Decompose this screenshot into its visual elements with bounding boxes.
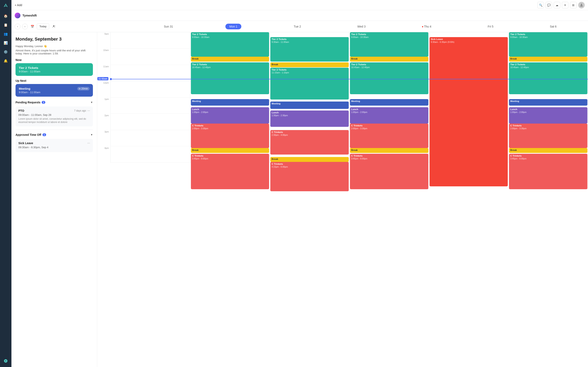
calendar-event[interactable]: Lunch1:30pm - 2:30pm (270, 110, 349, 127)
event-time: 1:00pm - 2:00pm (510, 111, 586, 113)
calendar-event[interactable]: Break (191, 57, 269, 62)
search-icon[interactable]: 🔍 (537, 2, 544, 8)
sidebar: 🏠 📋 👥 📊 ⚙️ 🔔 (0, 0, 11, 367)
calendar-event[interactable]: Break (191, 148, 269, 153)
request-meta: 7 days ago ··· (74, 109, 90, 113)
event-title: C Trinkets (351, 124, 427, 127)
sidebar-notification-icon[interactable]: 🔔 (2, 57, 9, 64)
calendar-event[interactable]: Lunch1:00pm - 2:00pm (191, 107, 269, 124)
calendar-event[interactable]: Sick Leave9:30am - 6:30pm (9:00h) (430, 37, 508, 186)
event-time: 1:00pm - 2:00pm (351, 111, 427, 113)
sidebar-settings-icon[interactable]: ⚙️ (2, 48, 9, 55)
greeting-text: Happy Monday, Leonor 👋 (16, 45, 93, 48)
calendar-event[interactable]: Lunch1:00pm - 2:00pm (509, 107, 587, 124)
calendar-event[interactable]: Break (270, 157, 349, 162)
approved-chevron[interactable]: ▼ (90, 133, 93, 136)
event-title: Tier 2 Tickets (510, 33, 586, 36)
event-time: 2:00pm - 3:30pm (351, 127, 427, 130)
calendar-event[interactable]: Tier 2 Tickets10:45am - 12:40pm (191, 62, 269, 94)
event-title: C Trinkets (272, 131, 347, 134)
event-title: Tier 2 Tickets (510, 63, 586, 66)
calendar-event[interactable]: Tier 2 Tickets9:00am - 10:30am (350, 32, 428, 57)
cloud-icon[interactable]: ☁ (554, 2, 560, 8)
user-avatar[interactable] (578, 2, 585, 8)
event-title: C Trinkets (192, 124, 268, 127)
calendar-event[interactable]: Tier 2 Tickets9:00am - 10:30am (191, 32, 269, 57)
events-col-4: Sick Leave9:30am - 6:30pm (9:00h) (429, 32, 509, 163)
now-card[interactable]: Tier 2 Tickets 9:00am - 11:00am (16, 63, 93, 76)
calendar-event[interactable]: Tier 2 Tickets10:45am - 12:40pm (350, 62, 428, 94)
calendar-event[interactable]: Meeting (270, 101, 349, 109)
event-time: 1:30pm - 2:30pm (272, 114, 347, 117)
sidebar-tasks-icon[interactable]: 📋 (2, 21, 9, 29)
request-dots-button[interactable]: ··· (87, 109, 90, 113)
sidebar-zendesk-icon[interactable] (2, 357, 9, 365)
app-logo[interactable] (2, 2, 9, 9)
day-tab-sun31[interactable]: Sun 31 (160, 24, 177, 29)
calendar-event[interactable]: Lunch1:00pm - 2:00pm (350, 107, 428, 124)
day-tab-wed3[interactable]: Wed 3 (353, 24, 370, 29)
event-time: 2:00pm - 3:30pm (192, 127, 268, 130)
event-title: Break (351, 149, 427, 152)
day-tab-sat6[interactable]: Sat 6 (546, 24, 561, 29)
grid-col-0 (111, 32, 190, 163)
calendar-event[interactable]: Tier 2 Tickets9:00am - 10:30am (509, 32, 587, 57)
calendar-icon[interactable]: 📅 (29, 24, 35, 29)
calendar-event[interactable]: C Trinkets2:00pm - 3:30pm (191, 124, 269, 148)
calendar-event[interactable]: C Trinkets2:00pm - 3:30pm (509, 124, 587, 148)
now-event-time: 9:00am - 11:00am (19, 70, 90, 73)
today-button[interactable]: Today (37, 24, 49, 29)
event-time: 10:45am - 12:40pm (510, 66, 586, 68)
hour-block (111, 98, 190, 114)
calendar-event[interactable]: Tier 2 Tickets10:45am - 12:40pm (509, 62, 587, 94)
next-arrow[interactable]: › (22, 24, 28, 29)
sidebar-people-icon[interactable]: 👥 (2, 30, 9, 38)
event-time: 9:00am - 10:30am (192, 36, 268, 38)
calendar-event[interactable]: Tier 2 Tickets9:30am - 11:00am (270, 37, 349, 62)
close-icon[interactable]: ✕ (562, 2, 568, 8)
calendar-event[interactable]: C Trinkets2:30pm - 4:00pm (270, 130, 349, 155)
calendar-event[interactable]: Meeting (191, 99, 269, 106)
calendar-event[interactable]: Break (350, 57, 428, 62)
calendar-event[interactable]: Tier 2 Tickets11:15am - 1:10pm (270, 68, 349, 100)
add-button[interactable]: + Add (15, 3, 22, 7)
grid-icon[interactable]: ⊞ (570, 2, 577, 8)
calendar-event[interactable]: C Trinkets3:45pm - 6:00pm (191, 154, 269, 189)
day-tab-thu4[interactable]: Thu 4 (418, 24, 435, 29)
calendar-scroll[interactable]: 9am10am11am12pm1pm2pm3pm4pm Tier 2 Ticke… (97, 32, 588, 367)
calendar-event[interactable]: C Trinkets2:00pm - 3:30pm (350, 124, 428, 148)
time-label: 1pm (97, 98, 111, 114)
sidebar-home-icon[interactable]: 🏠 (2, 12, 9, 20)
calendar-event[interactable]: Break (509, 57, 587, 62)
calendar-event[interactable]: Break (270, 62, 349, 67)
approved-items-list: Sick Leave ··· 09:30am - 6:30pm, Sep 4 (16, 139, 93, 152)
calendar-event[interactable]: Break (509, 148, 587, 153)
up-next-card[interactable]: Meeting 9:00am - 11:00am in 20min (16, 84, 93, 97)
person-filter-icon[interactable] (51, 24, 57, 29)
calendar-event[interactable]: C Trinkets4:15pm - 6:00pm (270, 162, 349, 191)
pending-chevron[interactable]: ▼ (90, 101, 93, 104)
prev-arrow[interactable]: ‹ (15, 24, 20, 29)
date-heading: Monday, September 3 (16, 36, 93, 42)
pending-requests-section: Pending Requests 1 ▼ (16, 101, 93, 104)
approved-time-off-title: Approved Time Off 1 (16, 133, 46, 136)
request-name: PTO (18, 109, 24, 112)
approved-item-dots-button[interactable]: ··· (87, 141, 90, 145)
hour-block (111, 65, 190, 81)
event-title: Break (510, 58, 586, 60)
svg-point-0 (2, 2, 9, 9)
calendar-event[interactable]: Meeting (350, 99, 428, 106)
day-tab-fri5[interactable]: Fri 5 (484, 24, 498, 29)
day-tab-mon1[interactable]: Mon 1 (225, 24, 242, 29)
chat-icon[interactable]: 💬 (545, 2, 552, 8)
calendar-event[interactable]: C Trinkets3:45pm - 6:00pm (509, 154, 587, 189)
calendar-event[interactable]: Meeting (509, 99, 587, 106)
event-title: Break (192, 58, 268, 60)
up-next-event-name: Meeting (19, 87, 40, 90)
event-title: Break (272, 63, 347, 66)
event-time: 1:00pm - 2:00pm (192, 111, 268, 113)
sidebar-chart-icon[interactable]: 📊 (2, 39, 9, 47)
calendar-event[interactable]: Break (350, 148, 428, 153)
day-tab-tue2[interactable]: Tue 2 (290, 24, 305, 29)
calendar-event[interactable]: C Trinkets3:45pm - 6:00pm (350, 154, 428, 189)
